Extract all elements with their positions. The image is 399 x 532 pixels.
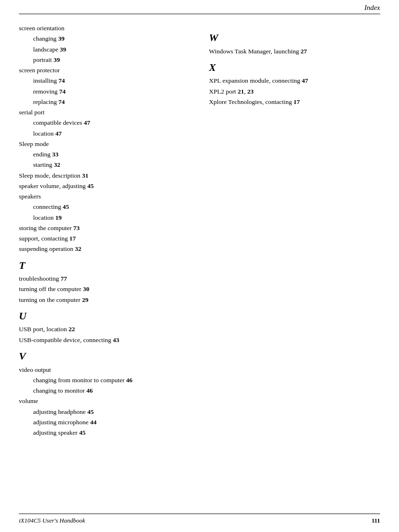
list-item: removing 74 — [19, 87, 190, 96]
left-column: screen orientation changing 39 landscape… — [19, 24, 200, 438]
section-letter-x: X — [209, 61, 380, 75]
list-item: volume — [19, 396, 190, 406]
page-header: Index — [19, 0, 380, 14]
list-item: landscape 39 — [19, 45, 190, 54]
list-item: turning on the computer 29 — [19, 295, 190, 305]
list-item: speaker volume, adjusting 45 — [19, 181, 190, 191]
list-item: ending 33 — [19, 150, 190, 159]
section-letter-u: U — [19, 309, 190, 323]
list-item: portrait 39 — [19, 55, 190, 65]
list-item: Sleep mode — [19, 139, 190, 149]
section-letter-w: W — [209, 31, 380, 45]
list-item: serial port — [19, 108, 190, 117]
list-item: replacing 74 — [19, 97, 190, 107]
content-area: screen orientation changing 39 landscape… — [19, 24, 380, 438]
list-item: changing to monitor 46 — [19, 386, 190, 395]
list-item: adjusting microphone 44 — [19, 418, 190, 427]
list-item: Xplore Technologies, contacting 17 — [209, 97, 380, 107]
list-item: screen protector — [19, 66, 190, 75]
list-item: changing from monitor to computer 46 — [19, 376, 190, 385]
list-item: storing the computer 73 — [19, 223, 190, 233]
section-letter-v: V — [19, 350, 190, 363]
list-item: suspending operation 32 — [19, 244, 190, 254]
list-item: compatible devices 47 — [19, 118, 190, 128]
list-item: adjusting headphone 45 — [19, 407, 190, 417]
list-item: connecting 45 — [19, 202, 190, 212]
footer-page-number: 111 — [372, 517, 380, 524]
list-item: location 19 — [19, 213, 190, 223]
page-footer: iX104C5 User's Handbook 111 — [19, 514, 380, 524]
list-item: location 47 — [19, 129, 190, 138]
list-item: troubleshooting 77 — [19, 274, 190, 283]
list-item: video output — [19, 365, 190, 375]
list-item: turning off the computer 30 — [19, 284, 190, 294]
list-item: starting 32 — [19, 160, 190, 170]
footer-book-title: iX104C5 User's Handbook — [19, 517, 85, 524]
list-item: XPL2 port 21, 23 — [209, 87, 380, 96]
list-item: changing 39 — [19, 34, 190, 43]
list-item: support, contacting 17 — [19, 234, 190, 243]
section-letter-t: T — [19, 259, 190, 273]
list-item: screen orientation — [19, 24, 190, 33]
list-item: speakers — [19, 192, 190, 201]
page-title: Index — [364, 4, 380, 12]
list-item: XPL expansion module, connecting 47 — [209, 76, 380, 86]
list-item: Windows Task Manager, launching 27 — [209, 47, 380, 56]
page-container: Index screen orientation changing 39 lan… — [0, 0, 399, 532]
right-column: W Windows Task Manager, launching 27 X X… — [200, 24, 380, 438]
list-item: installing 74 — [19, 76, 190, 86]
list-item: USB-compatible device, connecting 43 — [19, 335, 190, 345]
list-item: USB port, location 22 — [19, 325, 190, 334]
list-item: Sleep mode, description 31 — [19, 171, 190, 180]
list-item: adjusting speaker 45 — [19, 428, 190, 438]
